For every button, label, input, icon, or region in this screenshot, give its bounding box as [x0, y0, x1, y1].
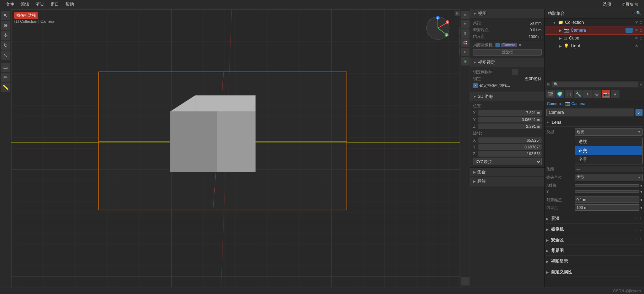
clip-start-pin[interactable]: ● [640, 198, 643, 202]
camera-active-check[interactable]: ✓ [635, 109, 643, 116]
scene-depth-menu[interactable]: ⋮⋮ [635, 216, 643, 221]
type-dropdown[interactable]: 透视 ▼ [575, 128, 643, 136]
lock-camera-checkbox[interactable]: ✓ [473, 83, 478, 88]
props-options-icon[interactable]: ≡ [640, 82, 642, 86]
outliner-search-icon[interactable]: 🔍 [636, 11, 641, 17]
toolbar-cursor[interactable]: ⊕ [1, 21, 10, 30]
background-header[interactable]: ▶ 背景图 [546, 246, 643, 256]
viewport-3d[interactable]: 摄像机透视 (1) Collection | Camera [11, 9, 470, 287]
menu-file[interactable]: 文件 [3, 1, 17, 8]
rot-y-input[interactable] [478, 144, 542, 150]
lock-obj-input[interactable] [512, 69, 518, 75]
menu-edit[interactable]: 编辑 [18, 1, 32, 8]
outliner-filter-icon[interactable]: ⊞ [632, 11, 635, 17]
cube-visibility[interactable]: 👁 [635, 36, 639, 41]
menu-help[interactable]: 帮助 [63, 1, 77, 8]
annotations-header[interactable]: ▶ 标注 [470, 177, 544, 186]
strip-overlay-btn[interactable]: O [461, 20, 469, 28]
focal-value[interactable]: 50 mm [530, 21, 542, 25]
props-tab-world[interactable]: 🌍 [556, 90, 564, 98]
shift-y-pin[interactable]: ● [640, 189, 643, 194]
strip-view-btn[interactable]: V [461, 11, 469, 19]
safe-zone-header[interactable]: ▶ 安全区 ⋮⋮ [546, 236, 643, 245]
cube-render[interactable]: ⊙ [639, 36, 643, 41]
toolbar-annotate[interactable]: ✏ [1, 73, 10, 82]
collection-visibility[interactable]: 👁 [635, 20, 639, 25]
focal-field-value[interactable]: — [575, 166, 643, 172]
rotation-mode-select[interactable]: XYZ 欧拉 XZY 欧拉 [473, 158, 542, 165]
camera-data-header[interactable]: ▶ 摄像机 ⋮⋮ [546, 225, 643, 234]
outliner-cube-row[interactable]: ▶ ◻ Cube 👁 ⊙ [545, 34, 644, 42]
strip-snap-btn[interactable]: 🧲 [461, 38, 469, 47]
collections-header[interactable]: ▶ 集合 [470, 168, 544, 177]
props-tab-physics[interactable]: ⊛ [592, 90, 601, 98]
lock-obj-picker[interactable]: ⊡ [538, 70, 542, 74]
clip-end-field-value[interactable]: 100 m [575, 204, 639, 211]
outliner-title: 功聚集台 [548, 11, 565, 17]
props-tab-object[interactable]: ◻ [565, 90, 573, 98]
breadcrumb-camera-2[interactable]: Camera [571, 101, 585, 106]
loc-y-input[interactable] [478, 117, 542, 122]
clip-start-field-value[interactable]: 0.1 m [575, 196, 639, 203]
dropdown-option-orthographic[interactable]: 正交 [575, 146, 642, 155]
menu-render[interactable]: 渲染 [33, 1, 47, 8]
props-tab-modifier[interactable]: 🔧 [574, 90, 583, 98]
outliner-camera-row[interactable]: ▶ 📷 Camera 👁 ⊙ [545, 26, 644, 34]
dropdown-option-perspective[interactable]: 透视 [575, 137, 642, 146]
props-tab-scene[interactable]: 🎬 [546, 90, 555, 98]
clip-start-value[interactable]: 0.01 m [530, 28, 542, 32]
toolbar-rotate[interactable]: ↻ [1, 41, 10, 50]
shift-x-value[interactable] [575, 184, 639, 187]
nav-gizmo[interactable]: Z X Y [425, 16, 450, 41]
camera-data-title: 摄像机 [551, 226, 564, 232]
safe-zone-menu[interactable]: ⋮⋮ [635, 238, 643, 242]
view-section-header[interactable]: ▼ 视图 [470, 9, 544, 18]
collection-render[interactable]: ⊙ [639, 20, 643, 25]
toolbar-box-select[interactable]: ▭ [1, 63, 10, 72]
breadcrumb-camera-1[interactable]: Camera [547, 101, 561, 106]
loc-x-input[interactable] [478, 110, 542, 116]
camera-select[interactable]: ⊙ [639, 28, 643, 33]
toolbar-move[interactable]: ✛ [1, 31, 10, 40]
view-lock-header[interactable]: ▼ 视图锁定 [470, 58, 544, 67]
menu-workspace[interactable]: 功聚集台 [618, 1, 641, 8]
outliner-collection-row[interactable]: ▼ 📁 Collection 👁 ⊙ [545, 19, 644, 26]
light-visibility[interactable]: 👁 [635, 44, 639, 48]
n-panel-tab[interactable]: N [455, 11, 460, 16]
local-camera-checkbox[interactable] [495, 43, 500, 47]
gizmo-header[interactable]: ▼ 3D 游标 [470, 92, 544, 101]
camera-name-input[interactable] [546, 109, 634, 116]
shift-x-pin[interactable]: ● [640, 183, 643, 188]
strip-prop-btn[interactable]: ⊙ [461, 48, 469, 56]
outliner-light-row[interactable]: ▶ 💡 Light 👁 ⊙ [545, 42, 644, 50]
toolbar-scale[interactable]: ⤡ [1, 51, 10, 60]
clip-end-pin[interactable]: ● [640, 205, 643, 210]
dropdown-option-panoramic[interactable]: 全景 [575, 155, 642, 164]
render-frame-btn[interactable]: 渲染框 [473, 49, 542, 56]
menu-window[interactable]: 窗口 [48, 1, 62, 8]
strip-render-btn[interactable]: ◉ [461, 57, 469, 65]
menu-option[interactable]: 选项 [600, 1, 614, 8]
camera-visibility[interactable]: 👁 [635, 28, 639, 33]
toolbar-measure[interactable]: 📏 [1, 83, 10, 92]
props-tab-material[interactable]: ● [611, 90, 619, 98]
lens-section-header[interactable]: ▼ Lens [546, 119, 643, 127]
shift-y-value[interactable] [575, 190, 639, 193]
local-camera-close[interactable]: ✕ [518, 43, 522, 48]
strip-more-btn[interactable]: ⋮ [461, 277, 469, 285]
strip-gizmo-btn[interactable]: G [461, 29, 469, 38]
props-search-box[interactable]: 🔍 [552, 82, 638, 87]
props-tab-particles[interactable]: ✦ [583, 90, 592, 98]
loc-z-input[interactable] [478, 124, 542, 129]
props-tab-data[interactable]: 📷 [602, 90, 610, 98]
light-render[interactable]: ⊙ [639, 44, 643, 48]
sensor-dropdown[interactable]: 类型 ▼ [575, 174, 643, 181]
view-display-header[interactable]: ▶ 视图显示 [546, 257, 643, 266]
toolbar-select[interactable]: ↖ [1, 11, 10, 20]
rot-x-input[interactable] [478, 137, 542, 143]
clip-end-value[interactable]: 1000 m [528, 35, 542, 39]
custom-props-header[interactable]: ▶ 自定义属性 [546, 268, 643, 277]
scene-depth-header[interactable]: ▶ 景深 ⋮⋮ [546, 214, 643, 224]
camera-data-menu[interactable]: ⋮⋮ [635, 227, 643, 232]
rot-z-input[interactable] [478, 151, 542, 157]
